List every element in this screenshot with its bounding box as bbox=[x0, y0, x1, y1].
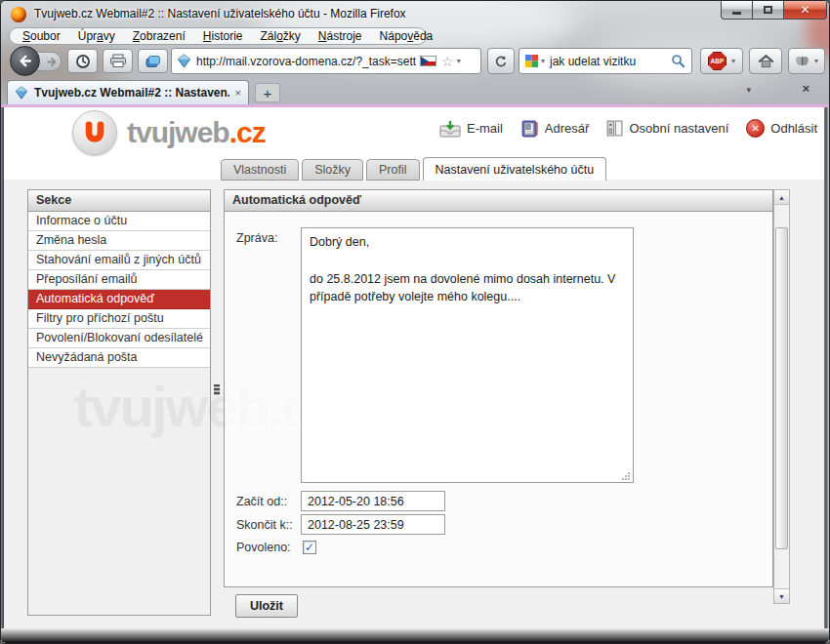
browser-window: Tvujweb.cz Webmail#2 :: Nastavení uživat… bbox=[0, 0, 830, 644]
list-all-tabs-icon[interactable]: ▾ bbox=[746, 85, 751, 95]
sidebar-item-povoleni-blokovani[interactable]: Povolení/Blokovaní odesílatelé bbox=[28, 329, 210, 348]
nav-settings-button[interactable]: Osobní nastavení bbox=[606, 120, 728, 137]
message-textarea[interactable]: Dobrý den, do 25.8.2012 jsem na dovolené… bbox=[301, 227, 634, 483]
menu-zalozky[interactable]: Záložky bbox=[251, 29, 309, 43]
abp-dropdown-icon: ▾ bbox=[731, 58, 735, 65]
sidebar-item-preposilani-emailu[interactable]: Přeposílání emailů bbox=[28, 270, 210, 290]
browser-tab-active[interactable]: Tvujweb.cz Webmail#2 :: Nastaven... × bbox=[7, 80, 249, 104]
czech-flag-icon bbox=[420, 56, 436, 66]
webmail-nav: E-mail Adresář bbox=[439, 119, 817, 138]
maximize-button[interactable] bbox=[753, 1, 783, 20]
tab-close-icon[interactable]: × bbox=[235, 88, 241, 99]
scrollbar-down-icon[interactable]: ▼ bbox=[774, 588, 789, 603]
sidebar-item-zmena-hesla[interactable]: Změna hesla bbox=[28, 231, 210, 251]
menu-nastroje[interactable]: Nástroje bbox=[310, 29, 371, 43]
nav-email-button[interactable]: E-mail bbox=[439, 120, 503, 138]
enabled-checkbox[interactable] bbox=[303, 541, 316, 554]
tab-vlastnosti[interactable]: Vlastnosti bbox=[221, 159, 299, 181]
nav-logout-button[interactable]: ✕ Odhlásit bbox=[746, 119, 817, 138]
panel-scrollbar[interactable]: ▲ ▼ bbox=[773, 189, 790, 604]
window-frame-left bbox=[1, 107, 4, 644]
tab-profil[interactable]: Profil bbox=[366, 159, 419, 181]
tvujweb-logo-text: tvujweb.cz bbox=[127, 116, 266, 149]
menu-napoveda[interactable]: Nápověda bbox=[371, 29, 442, 43]
menu-upravy[interactable]: Úpravy bbox=[69, 29, 124, 43]
reload-button[interactable] bbox=[487, 48, 515, 74]
tab-strip: Tvujweb.cz Webmail#2 :: Nastaven... × + … bbox=[1, 78, 830, 104]
url-text: http://mail.vzorova-domena.cz/?_task=set… bbox=[196, 55, 416, 68]
url-input[interactable]: http://mail.vzorova-domena.cz/?_task=set… bbox=[171, 48, 481, 74]
printer-icon bbox=[109, 54, 127, 68]
logout-icon: ✕ bbox=[746, 119, 765, 138]
minimize-button[interactable] bbox=[721, 1, 753, 20]
print-button[interactable] bbox=[103, 49, 133, 73]
moth-extension-icon bbox=[795, 55, 809, 67]
scrollbar-up-icon[interactable]: ▲ bbox=[774, 190, 789, 205]
textarea-resize-grip[interactable] bbox=[621, 471, 631, 481]
personal-settings-icon bbox=[606, 120, 623, 137]
reading-list-button[interactable] bbox=[138, 49, 168, 73]
tab-nastaveni-uctu[interactable]: Nastavení uživatelského účtu bbox=[423, 157, 607, 181]
nav-logout-label: Odhlásit bbox=[770, 121, 817, 136]
nav-addressbook-button[interactable]: Adresář bbox=[520, 120, 590, 138]
sidebar-item-stahovani-emailu[interactable]: Stahování emailů z jiných účtů bbox=[28, 251, 210, 270]
sidebar-item-informace-o-uctu[interactable]: Informace o účtu bbox=[28, 212, 210, 231]
adblock-button[interactable]: ABP ▾ bbox=[700, 48, 743, 74]
settings-workarea: tvujweb.cz Sekce Informace o účtu Změna … bbox=[4, 180, 826, 630]
blue-folder-icon bbox=[145, 55, 161, 68]
settings-tabs: Vlastnosti Složky Profil Nastavení uživa… bbox=[221, 157, 606, 181]
back-arrow-icon bbox=[17, 53, 33, 69]
search-magnifier-icon[interactable] bbox=[671, 54, 685, 68]
extension-dropdown-icon: ▾ bbox=[814, 58, 818, 65]
sidebar-splitter-handle[interactable] bbox=[214, 384, 220, 395]
search-text: jak udelat vizitku bbox=[550, 55, 671, 68]
maximize-icon bbox=[764, 6, 772, 14]
url-dropdown-icon[interactable]: ▾ bbox=[457, 58, 461, 65]
abp-icon: ABP bbox=[708, 52, 726, 70]
window-chrome: Tvujweb.cz Webmail#2 :: Nastavení uživat… bbox=[1, 1, 830, 107]
titlebar[interactable]: Tvujweb.cz Webmail#2 :: Nastavení uživat… bbox=[1, 1, 830, 27]
tab-favicon bbox=[15, 86, 28, 100]
start-input[interactable] bbox=[301, 491, 445, 511]
firefox-icon bbox=[11, 7, 26, 22]
extension-button[interactable]: ▾ bbox=[788, 48, 825, 74]
tabstrip-close-icon[interactable]: × bbox=[802, 81, 809, 96]
home-icon bbox=[758, 54, 774, 68]
bookmark-star-icon[interactable]: ☆ bbox=[441, 55, 454, 68]
google-icon bbox=[525, 55, 538, 67]
search-input[interactable]: ▾ jak udelat vizitku bbox=[519, 48, 692, 74]
email-inbox-icon bbox=[439, 120, 461, 138]
menu-historie[interactable]: Historie bbox=[194, 29, 252, 43]
message-label: Zpráva: bbox=[236, 231, 277, 245]
close-button[interactable]: ✕ bbox=[783, 1, 827, 20]
history-button[interactable] bbox=[67, 49, 98, 73]
sidebar-item-nevyzadana-posta[interactable]: Nevyžádaná pošta bbox=[28, 348, 210, 368]
forward-arrow-icon bbox=[46, 56, 59, 68]
menu-zobrazeni[interactable]: Zobrazení bbox=[124, 29, 194, 43]
new-tab-button[interactable]: + bbox=[255, 83, 280, 102]
menu-soubor[interactable]: Soubor bbox=[14, 29, 69, 43]
end-input[interactable] bbox=[301, 514, 445, 535]
start-label: Začít od:: bbox=[236, 495, 287, 508]
back-button[interactable] bbox=[10, 46, 40, 76]
panel-title: Automatická odpověď bbox=[225, 190, 772, 212]
home-button[interactable] bbox=[749, 48, 782, 74]
nav-settings-label: Osobní nastavení bbox=[629, 121, 728, 136]
tab-title: Tvujweb.cz Webmail#2 :: Nastaven... bbox=[34, 86, 229, 100]
autoreply-panel: Automatická odpověď Zpráva: Dobrý den, d… bbox=[224, 189, 773, 587]
clock-icon bbox=[75, 54, 91, 69]
search-engine-dropdown-icon[interactable]: ▾ bbox=[541, 58, 545, 65]
sidebar-item-automaticka-odpoved[interactable]: Automatická odpověď bbox=[28, 290, 210, 309]
window-frame-right bbox=[824, 107, 829, 644]
addressbook-icon bbox=[520, 120, 539, 138]
sidebar-title: Sekce bbox=[28, 190, 210, 212]
sections-sidebar: Sekce Informace o účtu Změna hesla Staho… bbox=[27, 189, 211, 616]
tab-slozky[interactable]: Složky bbox=[302, 159, 363, 181]
window-frame-bottom bbox=[1, 628, 829, 643]
enabled-label: Povoleno: bbox=[236, 541, 291, 554]
save-button[interactable]: Uložit bbox=[235, 594, 298, 618]
sidebar-item-filtry[interactable]: Filtry pro příchozí poštu bbox=[28, 309, 210, 329]
navigation-toolbar: http://mail.vzorova-domena.cz/?_task=set… bbox=[1, 45, 830, 78]
scrollbar-thumb[interactable] bbox=[775, 227, 788, 549]
window-title: Tvujweb.cz Webmail#2 :: Nastavení uživat… bbox=[34, 7, 406, 20]
